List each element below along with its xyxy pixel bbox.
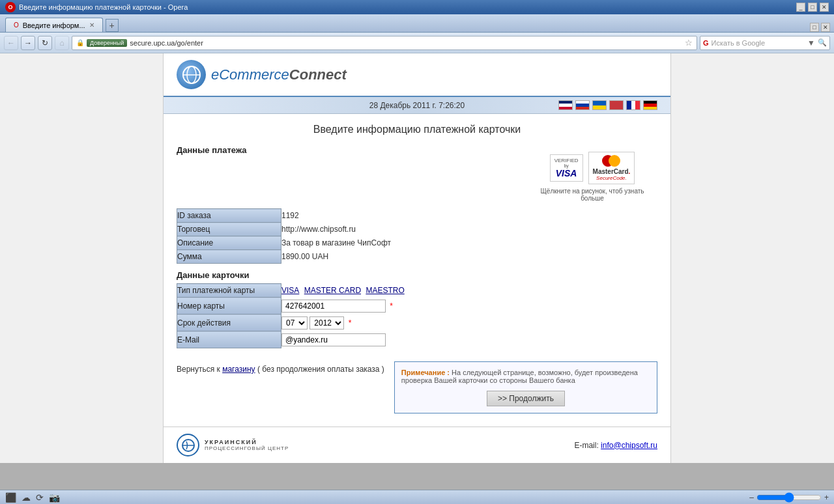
date-text: 28 Декабрь 2011 г. 7:26:20 <box>337 101 497 110</box>
card-number-label: Номер карты <box>177 298 281 315</box>
footer-email-link[interactable]: info@chipsoft.ru <box>601 441 657 450</box>
amount-value: 1890.00 UAH <box>281 250 657 264</box>
merchant-value: http://www.chipsoft.ru <box>281 223 657 236</box>
site-header: eCommerceConnect <box>164 53 670 97</box>
flag-sr[interactable] <box>609 100 624 110</box>
bookmark-icon[interactable]: ☆ <box>685 38 693 48</box>
card-type-value: VISA MASTER CARD MAESTRO <box>281 284 657 298</box>
continue-button[interactable]: >> Продолжить <box>487 391 565 406</box>
email-cell <box>281 331 657 348</box>
order-id-label: ID заказа <box>177 209 281 223</box>
card-type-row: Тип платежной карты VISA MASTER CARD MAE… <box>177 284 657 298</box>
footer-email-label: E-mail: <box>574 441 598 450</box>
address-bar[interactable]: 🔒 Доверенный secure.upc.ua/go/enter ☆ <box>72 36 697 50</box>
maximize-button[interactable]: □ <box>808 3 817 12</box>
back-link-prefix: Вернуться к <box>177 365 222 374</box>
flag-uk[interactable] <box>558 100 573 110</box>
mastercard-link[interactable]: MASTER CARD <box>304 286 361 295</box>
browser-content: eCommerceConnect 28 Декабрь 2011 г. 7:26… <box>0 53 834 463</box>
footer-line1: УКРАИНСКИЙ <box>205 439 289 445</box>
window-title: Введите информацию платежной карточки - … <box>19 3 188 11</box>
back-button[interactable]: ← <box>4 36 18 50</box>
flag-ua[interactable] <box>592 100 607 110</box>
search-engine-icon: G <box>703 39 709 47</box>
page-title: Введите информацию платежной карточки <box>177 124 657 135</box>
search-submit-icon[interactable]: 🔍 <box>818 38 827 47</box>
opera-logo: O <box>5 2 16 12</box>
active-tab[interactable]: O Введите информ... ✕ <box>5 18 103 32</box>
logo-connect: Connect <box>289 66 347 83</box>
description-row: Описание За товар в магазине ЧипСофт <box>177 236 657 250</box>
flag-de[interactable] <box>643 100 657 110</box>
amount-row: Сумма 1890.00 UAH <box>177 250 657 264</box>
card-table: Тип платежной карты VISA MASTER CARD MAE… <box>177 283 657 348</box>
search-bar[interactable]: G Искать в Google ▼ 🔍 <box>700 36 830 50</box>
back-link-suffix: ( без продолжения оплаты заказа ) <box>255 365 384 374</box>
logo-icon <box>177 60 206 89</box>
badge-caption: Щёлкните на рисунок, чтоб узнать больше <box>534 188 651 202</box>
back-to-shop-link[interactable]: магазину <box>222 365 255 374</box>
tab-close-icon[interactable]: ✕ <box>89 21 94 29</box>
form-area: VERIFIED by VISA MasterCard. SecureCode. <box>177 145 657 352</box>
card-type-label: Тип платежной карты <box>177 284 281 298</box>
footer-logo-icon <box>177 434 199 456</box>
search-input[interactable]: Искать в Google <box>712 39 805 47</box>
tab-bar: O Введите информ... ✕ + □ ✕ <box>0 14 834 33</box>
back-link-area: Вернуться к магазину ( без продолжения о… <box>177 361 384 374</box>
note-label: Примечание : <box>401 369 450 376</box>
expiry-row: Срок действия 01020304 05060708 09101112… <box>177 315 657 331</box>
order-id-row: ID заказа 1192 <box>177 209 657 223</box>
mc-yellow-circle <box>609 155 620 167</box>
visa-link[interactable]: VISA <box>281 286 299 295</box>
title-bar: O Введите информацию платежной карточки … <box>0 0 834 14</box>
order-id-value: 1192 <box>281 209 657 223</box>
maestro-link[interactable]: MAESTRO <box>366 286 404 295</box>
main-content: Введите информацию платежной карточки VE… <box>164 114 670 427</box>
footer-email-area: E-mail: info@chipsoft.ru <box>574 441 657 450</box>
logo-text: eCommerceConnect <box>211 66 347 83</box>
close-button[interactable]: ✕ <box>820 3 829 12</box>
footer-org-text: УКРАИНСКИЙ ПРОЦЕССИНГОВЫЙ ЦЕНТР <box>205 439 289 451</box>
logo-ecommerce: eCommerce <box>211 66 289 83</box>
payment-table: ID заказа 1192 Торговец http://www.chips… <box>177 208 657 264</box>
opera-tab-icon: O <box>14 21 19 29</box>
reload-button[interactable]: ↻ <box>38 36 52 50</box>
close-tab-button[interactable]: ✕ <box>821 23 830 32</box>
by-text: by <box>554 163 579 168</box>
trusted-badge: Доверенный <box>87 39 127 47</box>
card-number-input[interactable] <box>281 300 386 313</box>
nav-bar: ← → ↻ ⌂ 🔒 Доверенный secure.upc.ua/go/en… <box>0 33 834 53</box>
restore-button[interactable]: □ <box>810 23 819 32</box>
page-wrapper: eCommerceConnect 28 Декабрь 2011 г. 7:26… <box>163 53 671 463</box>
secure-icon: 🔒 <box>76 39 84 46</box>
expiry-year-select[interactable]: 201120122013 201420152016 <box>309 316 344 329</box>
footer-logo: УКРАИНСКИЙ ПРОЦЕССИНГОВЫЙ ЦЕНТР <box>177 434 289 456</box>
card-number-row: Номер карты * <box>177 298 657 315</box>
tab-label: Введите информ... <box>23 21 85 29</box>
site-footer: УКРАИНСКИЙ ПРОЦЕССИНГОВЫЙ ЦЕНТР E-mail: … <box>164 427 670 463</box>
email-row: E-Mail <box>177 331 657 348</box>
note-box: Примечание : На следующей странице, возм… <box>394 361 657 413</box>
url-text: secure.upc.ua/go/enter <box>130 39 203 47</box>
home-button: ⌂ <box>55 36 69 50</box>
flags-area <box>558 100 657 110</box>
badge-row: VERIFIED by VISA MasterCard. SecureCode. <box>534 152 651 184</box>
minimize-button[interactable]: _ <box>796 3 805 12</box>
search-go-icon[interactable]: ▼ <box>807 38 815 48</box>
merchant-label: Торговец <box>177 223 281 236</box>
mc-secure-text: SecureCode. <box>593 175 631 181</box>
card-number-cell: * <box>281 298 657 315</box>
email-label: E-Mail <box>177 331 281 348</box>
flag-fr[interactable] <box>626 100 640 110</box>
merchant-row: Торговец http://www.chipsoft.ru <box>177 223 657 236</box>
description-value: За товар в магазине ЧипСофт <box>281 236 657 250</box>
visa-verified-badge[interactable]: VERIFIED by VISA <box>550 154 583 182</box>
new-tab-button[interactable]: + <box>106 19 119 32</box>
forward-button[interactable]: → <box>21 36 35 50</box>
expiry-month-select[interactable]: 01020304 05060708 09101112 <box>281 316 308 329</box>
flag-ru[interactable] <box>575 100 590 110</box>
bottom-row: Вернуться к магазину ( без продолжения о… <box>177 361 657 413</box>
mastercard-badge[interactable]: MasterCard. SecureCode. <box>588 152 635 184</box>
email-input[interactable] <box>281 333 386 346</box>
date-bar: 28 Декабрь 2011 г. 7:26:20 <box>164 97 670 114</box>
